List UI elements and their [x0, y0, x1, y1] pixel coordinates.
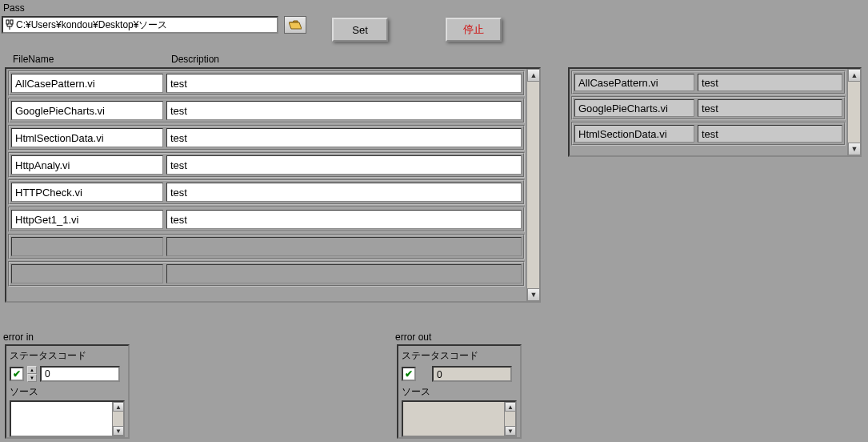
spin-up-icon[interactable]: ▲: [27, 366, 37, 374]
list-item: AllCasePattern.vi test: [571, 70, 846, 94]
filename-field[interactable]: [11, 210, 163, 229]
check-icon: ✔: [13, 368, 21, 380]
list-item: [8, 179, 525, 205]
description-cell: test: [698, 125, 842, 143]
list-item: GooglePieCharts.vi test: [571, 96, 846, 120]
status-ok-indicator: ✔: [402, 367, 416, 381]
scroll-up-icon[interactable]: ▲: [113, 402, 124, 412]
filename-field[interactable]: [11, 128, 163, 147]
scroll-up-icon[interactable]: ▲: [848, 69, 861, 82]
folder-open-icon: [289, 20, 302, 30]
error-in-label: error in: [3, 332, 34, 343]
error-out-label: error out: [395, 332, 431, 343]
description-field[interactable]: [166, 210, 522, 229]
error-out-cluster: ステータスコード ✔ 0 ソース ▲ ▼: [397, 344, 522, 439]
filename-field-empty: [11, 264, 163, 283]
error-source-box: ▲ ▼: [10, 400, 125, 437]
description-cell: test: [698, 74, 842, 91]
filename-cell: AllCasePattern.vi: [574, 74, 694, 91]
source-label: ソース: [10, 385, 125, 399]
error-code-indicator: 0: [432, 366, 512, 382]
error-source-box: ▲ ▼: [402, 400, 517, 437]
error-source-field[interactable]: [11, 402, 112, 436]
scrollbar-vertical[interactable]: ▲ ▼: [112, 402, 123, 436]
scrollbar-vertical[interactable]: ▲ ▼: [504, 402, 515, 436]
scroll-down-icon[interactable]: ▼: [113, 426, 124, 436]
description-cell: test: [698, 99, 842, 117]
pass-label: Pass: [3, 2, 25, 14]
list-item: [8, 125, 525, 151]
svg-rect-1: [10, 20, 13, 24]
scroll-up-icon[interactable]: ▲: [527, 69, 540, 82]
browse-button[interactable]: [284, 16, 306, 34]
status-code-label: ステータスコード: [10, 349, 125, 363]
status-code-label: ステータスコード: [402, 349, 517, 363]
scroll-down-icon[interactable]: ▼: [527, 288, 540, 301]
error-source-indicator: [403, 402, 504, 436]
set-button[interactable]: Set: [332, 18, 388, 42]
filename-cell: HtmlSectionData.vi: [574, 125, 694, 143]
description-field-empty: [166, 264, 522, 283]
left-file-list: ▲ ▼: [5, 67, 541, 303]
path-type-icon: [5, 18, 14, 31]
list-item-empty: [8, 234, 525, 259]
scroll-down-icon[interactable]: ▼: [848, 143, 861, 155]
svg-rect-0: [6, 20, 9, 24]
description-field[interactable]: [166, 183, 522, 202]
description-field[interactable]: [166, 74, 522, 93]
filename-field[interactable]: [11, 74, 163, 93]
source-label: ソース: [402, 385, 517, 399]
column-header-description: Description: [171, 54, 219, 65]
path-input[interactable]: [16, 19, 277, 30]
scrollbar-vertical[interactable]: ▲ ▼: [526, 69, 539, 301]
description-field[interactable]: [166, 155, 522, 175]
path-field-container: [2, 16, 278, 34]
description-field-empty: [166, 237, 522, 256]
scroll-up-icon[interactable]: ▲: [505, 402, 516, 412]
list-item: [8, 207, 525, 232]
stop-button[interactable]: 停止: [446, 18, 502, 42]
filename-field[interactable]: [11, 155, 163, 175]
filename-field-empty: [11, 237, 163, 256]
list-item-empty: [8, 261, 525, 287]
description-field[interactable]: [166, 128, 522, 147]
scrollbar-vertical[interactable]: ▲ ▼: [847, 69, 860, 155]
filename-field[interactable]: [11, 183, 163, 202]
check-icon: ✔: [405, 368, 413, 380]
spin-down-icon[interactable]: ▼: [27, 374, 37, 382]
list-item: HtmlSectionData.vi test: [571, 122, 846, 146]
error-in-cluster: ステータスコード ✔ ▲ ▼ ソース ▲ ▼: [5, 344, 130, 439]
column-header-filename: FileName: [13, 54, 54, 65]
code-spinner[interactable]: ▲ ▼: [27, 366, 37, 382]
list-item: [8, 98, 525, 123]
list-item: [8, 152, 525, 178]
description-field[interactable]: [166, 101, 522, 120]
status-ok-indicator[interactable]: ✔: [10, 367, 24, 381]
filename-field[interactable]: [11, 101, 163, 120]
error-code-field[interactable]: [40, 366, 120, 382]
filename-cell: GooglePieCharts.vi: [574, 99, 694, 117]
scroll-down-icon[interactable]: ▼: [505, 426, 516, 436]
right-file-list: AllCasePattern.vi test GooglePieCharts.v…: [568, 67, 862, 157]
list-item: [8, 70, 525, 96]
